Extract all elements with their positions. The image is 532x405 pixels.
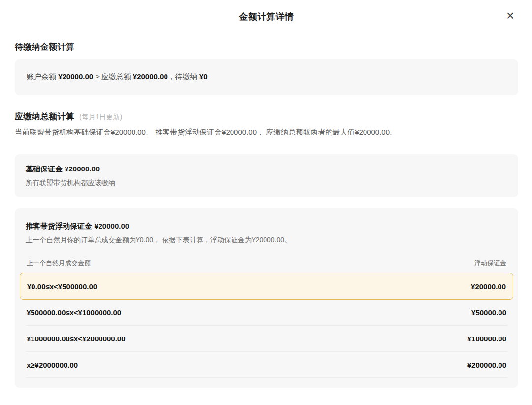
floating-deposit-subtitle: 上一个自然月你的订单总成交金额为¥0.00， 依据下表计算，浮动保证金为¥200… bbox=[26, 235, 507, 245]
row-deposit: ¥200000.00 bbox=[467, 361, 506, 369]
row-range: x≥¥2000000.00 bbox=[27, 361, 78, 369]
table-row: ¥1000000.00≤x<¥2000000.00¥100000.00 bbox=[26, 326, 507, 352]
row-deposit: ¥50000.00 bbox=[471, 308, 506, 317]
modal-title: 金额计算详情 bbox=[15, 10, 518, 24]
base-deposit-subtitle: 所有联盟带货机构都应该缴纳 bbox=[26, 178, 507, 188]
deposit-table-header: 上一个自然月成交金额 浮动保证金 bbox=[26, 258, 507, 268]
row-deposit: ¥20000.00 bbox=[471, 282, 506, 291]
row-deposit: ¥100000.00 bbox=[467, 335, 506, 343]
floating-deposit-title: 推客带货浮动保证金 ¥20000.00 bbox=[26, 221, 507, 232]
modal-header: 金额计算详情 × bbox=[15, 10, 518, 24]
table-row-highlighted: ¥0.00≤x<¥500000.00¥20000.00 bbox=[20, 273, 513, 300]
pending-summary-card: 账户余额 ¥20000.00 ≥ 应缴总额 ¥20000.00，待缴纳 ¥0 bbox=[15, 59, 518, 95]
summary-label: ≥ 应缴总额 bbox=[93, 72, 133, 81]
row-range: ¥500000.00≤x<¥1000000.00 bbox=[27, 308, 121, 317]
deposit-table-body: ¥0.00≤x<¥500000.00¥20000.00¥500000.00≤x<… bbox=[26, 273, 507, 378]
table-row: x≥¥2000000.00¥200000.00 bbox=[26, 352, 507, 378]
total-section-heading-text: 应缴纳总额计算 bbox=[15, 111, 74, 122]
deposit-table: 上一个自然月成交金额 浮动保证金 ¥0.00≤x<¥500000.00¥2000… bbox=[26, 258, 507, 378]
table-header-range: 上一个自然月成交金额 bbox=[27, 259, 91, 268]
summary-label: 账户余额 bbox=[27, 72, 58, 81]
pending-summary-text: 账户余额 ¥20000.00 ≥ 应缴总额 ¥20000.00，待缴纳 ¥0 bbox=[27, 72, 208, 82]
pending-section-heading: 待缴纳金额计算 bbox=[15, 41, 518, 53]
row-range: ¥0.00≤x<¥500000.00 bbox=[27, 282, 97, 291]
summary-label: ，待缴纳 bbox=[168, 72, 200, 81]
summary-amount: ¥0 bbox=[200, 72, 208, 81]
total-section-heading: 应缴纳总额计算 (每月1日更新) bbox=[15, 111, 518, 122]
table-header-deposit: 浮动保证金 bbox=[474, 259, 506, 268]
base-deposit-title: 基础保证金 ¥20000.00 bbox=[26, 164, 507, 174]
close-button[interactable]: × bbox=[502, 8, 518, 24]
total-description: 当前联盟带货机构基础保证金¥20000.00、 推客带货浮动保证金¥20000.… bbox=[15, 127, 518, 137]
summary-amount: ¥20000.00 bbox=[133, 72, 168, 81]
close-icon: × bbox=[506, 9, 514, 23]
floating-deposit-card: 推客带货浮动保证金 ¥20000.00 上一个自然月你的订单总成交金额为¥0.0… bbox=[15, 208, 518, 388]
row-range: ¥1000000.00≤x<¥2000000.00 bbox=[27, 335, 126, 343]
table-row: ¥500000.00≤x<¥1000000.00¥50000.00 bbox=[26, 300, 507, 326]
amount-detail-modal: 金额计算详情 × 待缴纳金额计算 账户余额 ¥20000.00 ≥ 应缴总额 ¥… bbox=[0, 0, 532, 388]
summary-amount: ¥20000.00 bbox=[58, 72, 93, 81]
base-deposit-card: 基础保证金 ¥20000.00 所有联盟带货机构都应该缴纳 bbox=[15, 154, 518, 197]
heading-update-note: (每月1日更新) bbox=[79, 113, 122, 122]
